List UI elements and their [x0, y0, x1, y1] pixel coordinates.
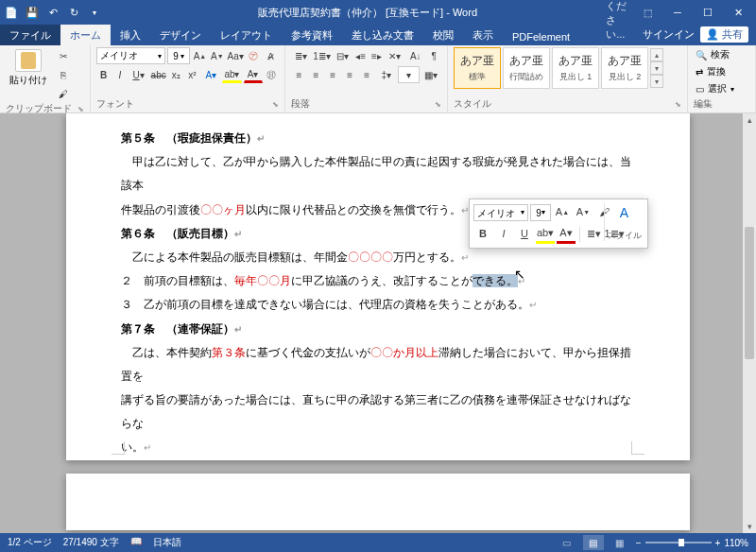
tab-review[interactable]: 校閲	[423, 25, 463, 45]
style-heading1[interactable]: あア亜見出し 1	[552, 47, 599, 89]
select-button[interactable]: ▭選択▾	[694, 81, 749, 96]
tab-mailings[interactable]: 差し込み文書	[342, 25, 423, 45]
shading-button[interactable]: ▾	[398, 66, 420, 83]
tab-insert[interactable]: 挿入	[111, 25, 150, 45]
highlight-button[interactable]: ab▾	[222, 66, 241, 83]
vertical-scrollbar[interactable]: ▴ ▾	[743, 113, 756, 533]
mini-font-size[interactable]: 9▾	[530, 204, 551, 221]
multilevel-list-button[interactable]: ⊟▾	[333, 47, 352, 64]
sort-button[interactable]: A↓	[405, 47, 425, 64]
font-launcher-icon[interactable]: ⬊	[266, 100, 279, 109]
qat-dropdown-icon[interactable]: ▾	[87, 5, 102, 20]
font-name-select[interactable]: メイリオ▾	[96, 47, 165, 64]
font-size-select[interactable]: 9▾	[167, 47, 190, 64]
mini-italic[interactable]: I	[494, 225, 513, 244]
page-2[interactable]	[66, 474, 690, 530]
mini-bold[interactable]: B	[473, 225, 492, 244]
align-center-button[interactable]: ≡	[308, 66, 324, 83]
numbering-button[interactable]: 1≣▾	[312, 47, 332, 64]
scroll-thumb[interactable]	[745, 227, 754, 359]
tab-layout[interactable]: レイアウト	[211, 25, 282, 45]
style-gallery-scroll[interactable]: ▴▾▾	[650, 47, 663, 89]
asian-layout-button[interactable]: ✕▾	[385, 47, 404, 64]
style-heading2[interactable]: あア亜見出し 2	[601, 47, 648, 89]
heading-7: 第７条 （連帯保証）↵	[121, 318, 635, 341]
change-case-button[interactable]: Aa▾	[227, 47, 244, 64]
enclose-char-button[interactable]: ㊐	[265, 66, 279, 83]
justify-button[interactable]: ≡	[342, 66, 358, 83]
mini-styles-button[interactable]: Aスタイル	[604, 203, 644, 241]
paste-button[interactable]: 貼り付け	[6, 47, 51, 89]
spell-check-icon[interactable]: 📖	[130, 536, 142, 549]
superscript-button[interactable]: x²	[185, 66, 199, 83]
redo-icon[interactable]: ↻	[66, 5, 81, 20]
mini-underline[interactable]: U	[515, 225, 534, 244]
style-normal[interactable]: あア亜標準	[454, 47, 501, 89]
shrink-font-button[interactable]: A▼	[210, 47, 225, 64]
decrease-indent-button[interactable]: ◂≡	[353, 47, 369, 64]
mini-grow-font[interactable]: A▲	[553, 203, 572, 222]
styles-launcher-icon[interactable]: ⬊	[669, 100, 681, 109]
mini-font-color[interactable]: A▾	[557, 225, 576, 244]
underline-button[interactable]: U▾	[129, 66, 147, 83]
mini-highlight[interactable]: ab▾	[536, 225, 555, 244]
distribute-button[interactable]: ≡	[359, 66, 375, 83]
text-selection: できる。	[472, 274, 518, 287]
align-left-button[interactable]: ≡	[291, 66, 307, 83]
scroll-down-icon[interactable]: ▾	[743, 520, 756, 533]
cut-button[interactable]: ✂	[55, 47, 72, 64]
subscript-button[interactable]: x₂	[169, 66, 183, 83]
mini-bullets[interactable]: ≣▾	[584, 225, 603, 244]
find-button[interactable]: 🔍検索	[694, 47, 749, 62]
sign-in-link[interactable]: サインイン	[643, 27, 695, 42]
paragraph-launcher-icon[interactable]: ⬊	[429, 100, 441, 109]
page-number-status[interactable]: 1/2 ページ	[8, 536, 52, 549]
grow-font-button[interactable]: A▲	[192, 47, 207, 64]
word-count-status[interactable]: 27/1490 文字	[63, 536, 119, 549]
borders-button[interactable]: ▦▾	[421, 66, 442, 83]
close-button[interactable]: ✕	[724, 0, 752, 25]
minimize-button[interactable]: ─	[663, 0, 692, 25]
show-marks-button[interactable]: ¶	[426, 47, 441, 64]
replace-button[interactable]: ⇄置換	[694, 64, 749, 79]
scroll-up-icon[interactable]: ▴	[743, 113, 756, 127]
read-mode-button[interactable]: ▭	[557, 535, 577, 550]
tab-pdfelement[interactable]: PDFelement	[503, 27, 579, 45]
tab-home[interactable]: ホーム	[60, 25, 111, 45]
line-spacing-button[interactable]: ‡▾	[376, 66, 398, 83]
print-layout-button[interactable]: ▤	[583, 535, 604, 550]
mini-shrink-font[interactable]: A▼	[574, 203, 593, 222]
maximize-button[interactable]: ☐	[694, 0, 722, 25]
font-color-button[interactable]: A▾	[244, 66, 263, 83]
zoom-in-button[interactable]: +	[715, 538, 721, 548]
text-effects-button[interactable]: A▾	[201, 66, 220, 83]
save-icon[interactable]: 💾	[25, 5, 40, 20]
increase-indent-button[interactable]: ≡▸	[369, 47, 385, 64]
page-1[interactable]: 第５条 （瑕疵担保責任）↵ 甲は乙に対して、乙が甲から購入した本件製品に甲の責に…	[66, 113, 690, 460]
separator	[579, 227, 580, 242]
copy-button[interactable]: ⎘	[55, 66, 72, 83]
tab-design[interactable]: デザイン	[150, 25, 211, 45]
bullets-button[interactable]: ≣▾	[291, 47, 311, 64]
zoom-slider[interactable]	[645, 542, 712, 543]
clipboard-launcher-icon[interactable]: ⬊	[72, 105, 84, 113]
language-status[interactable]: 日本語	[153, 536, 181, 549]
tab-view[interactable]: 表示	[463, 25, 503, 45]
clear-formatting-button[interactable]: A̷	[264, 47, 279, 64]
style-no-spacing[interactable]: あア亜行間詰め	[503, 47, 550, 89]
italic-button[interactable]: I	[112, 66, 127, 83]
zoom-out-button[interactable]: −	[636, 538, 642, 548]
align-right-button[interactable]: ≡	[325, 66, 341, 83]
tell-me[interactable]: 💡実行したい作業を入力してください...	[579, 0, 643, 45]
undo-icon[interactable]: ↶	[45, 5, 60, 20]
zoom-level[interactable]: 110%	[724, 538, 748, 548]
bold-button[interactable]: B	[96, 66, 111, 83]
phonetic-guide-button[interactable]: ㋐	[246, 47, 261, 64]
strikethrough-button[interactable]: abc	[150, 66, 167, 83]
tab-references[interactable]: 参考資料	[282, 25, 342, 45]
format-painter-button[interactable]: 🖌	[55, 85, 72, 102]
tab-file[interactable]: ファイル	[0, 25, 60, 45]
web-layout-button[interactable]: ▦	[610, 535, 630, 550]
mini-font-name[interactable]: メイリオ▾	[473, 204, 528, 221]
share-button[interactable]: 👤 共有	[700, 26, 748, 43]
